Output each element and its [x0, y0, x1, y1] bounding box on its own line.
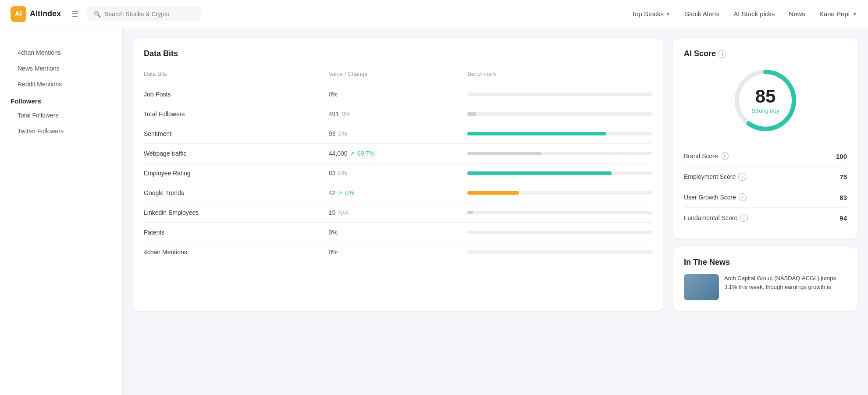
row-label: Linkedin Employees — [144, 209, 329, 216]
layout: 4chan Mentions News Mentions Reddit Ment… — [0, 28, 868, 321]
row-value-main: 42 — [329, 189, 336, 196]
progress-bar-fill — [467, 152, 541, 155]
sidebar-item-reddit-mentions[interactable]: Reddit Mentions — [0, 76, 122, 92]
news-article-text: Arch Capital Group (NASDAQ:ACGL) jumps 3… — [724, 274, 847, 291]
row-pct: N/A — [338, 209, 348, 216]
sidebar-mentions-category: 4chan Mentions News Mentions Reddit Ment… — [0, 37, 122, 92]
data-bits-table: Job Posts 0% Total Followers 491 0% Sent… — [144, 85, 652, 262]
row-value: 0% — [329, 229, 467, 236]
gauge-text: 85 Strong buy — [752, 87, 779, 114]
score-label: Employment Score i — [684, 173, 746, 181]
row-label: Sentiment — [144, 130, 329, 137]
sidebar-item-news-mentions[interactable]: News Mentions — [0, 60, 122, 76]
row-value: 42 ↗0% — [329, 189, 467, 196]
row-benchmark — [467, 152, 652, 155]
row-benchmark — [467, 191, 652, 195]
sidebar-item-4chan-mentions[interactable]: 4chan Mentions — [0, 45, 122, 60]
table-row: Google Trends 42 ↗0% — [144, 183, 652, 203]
row-label: Total Followers — [144, 110, 329, 117]
row-benchmark — [467, 171, 652, 175]
arrow-up-icon: ↗ — [338, 190, 342, 196]
score-label: Brand Score i — [684, 152, 729, 160]
progress-bar-container — [467, 211, 652, 214]
nav-top-stocks[interactable]: Top Stocks ▼ — [632, 10, 671, 18]
row-value: 44,000 ↗69.7% — [329, 150, 467, 157]
col-label: Data Bits — [144, 71, 329, 77]
row-label: Webpage traffic — [144, 150, 329, 157]
row-label: 4chan Mentions — [144, 249, 329, 256]
table-row: Patents 0% — [144, 223, 652, 242]
logo[interactable]: AI AltIndex — [11, 6, 61, 22]
score-info-icon[interactable]: i — [740, 214, 748, 222]
nav-stock-alerts[interactable]: Stock Alerts — [685, 10, 719, 18]
nav-ai-stock-picks[interactable]: AI Stock picks — [733, 10, 775, 18]
nav-user[interactable]: Kane Pepi ▼ — [819, 10, 857, 18]
arrow-up-icon: ↗ — [350, 150, 355, 157]
row-pct: 0% — [342, 110, 350, 117]
row-label: Patents — [144, 229, 329, 236]
score-info-icon[interactable]: i — [739, 193, 747, 201]
score-info-icon[interactable]: i — [721, 152, 729, 160]
table-row: 4chan Mentions 0% — [144, 242, 652, 262]
row-benchmark — [467, 132, 652, 135]
gauge-container: 85 Strong buy — [684, 65, 847, 135]
score-row: Employment Score i 75 — [684, 167, 847, 187]
search-bar[interactable]: 🔍 — [87, 7, 201, 21]
col-value: Value / Change — [329, 71, 467, 77]
sidebar-followers-category: Followers Total Followers Twitter Follow… — [0, 92, 122, 139]
progress-bar-container — [467, 93, 652, 96]
row-value-main: 93 — [329, 130, 336, 137]
progress-bar-container — [467, 112, 652, 116]
news-card-title: In The News — [684, 258, 847, 267]
row-benchmark — [467, 211, 652, 214]
table-row: Sentiment 93 0% — [144, 124, 652, 144]
row-pct: 0% — [338, 170, 347, 177]
search-input[interactable] — [104, 11, 192, 18]
table-row: Employee Rating 83 0% — [144, 164, 652, 183]
search-icon: 🔍 — [93, 11, 101, 18]
table-row: Linkedin Employees 15 N/A — [144, 203, 652, 223]
score-value: 100 — [836, 153, 847, 160]
row-value-main: 0% — [329, 249, 338, 256]
row-benchmark — [467, 250, 652, 254]
row-value: 0% — [329, 249, 467, 256]
row-value: 93 0% — [329, 130, 467, 137]
score-row: Brand Score i 100 — [684, 146, 847, 167]
gauge-score: 85 — [752, 87, 779, 106]
ai-score-card: AI Score i 85 Strong buy — [673, 39, 857, 238]
score-label: Fundamental Score i — [684, 214, 748, 222]
gauge-label: Strong buy — [752, 107, 779, 114]
row-pct: 0% — [345, 189, 354, 196]
sidebar-item-total-followers[interactable]: Total Followers — [0, 107, 122, 123]
row-pct: 0% — [338, 130, 347, 137]
row-value: 83 0% — [329, 170, 467, 177]
top-nav: Top Stocks ▼ Stock Alerts AI Stock picks… — [632, 10, 857, 18]
score-info-icon[interactable]: i — [738, 173, 746, 181]
news-card: In The News Arch Capital Group (NASDAQ:A… — [673, 247, 857, 311]
nav-news[interactable]: News — [789, 10, 805, 18]
row-value-main: 83 — [329, 170, 336, 177]
row-value-main: 0% — [329, 91, 338, 98]
progress-bar-fill — [467, 191, 519, 195]
row-value-main: 44,000 — [329, 150, 348, 157]
progress-bar-container — [467, 191, 652, 195]
progress-bar-fill — [467, 211, 473, 214]
score-value: 83 — [840, 194, 847, 201]
news-thumbnail — [684, 274, 719, 300]
table-row: Job Posts 0% — [144, 85, 652, 104]
row-label: Employee Rating — [144, 170, 329, 177]
sidebar-item-twitter-followers[interactable]: Twitter Followers — [0, 123, 122, 139]
score-value: 94 — [840, 214, 847, 222]
main-content: Data Bits Data Bits Value / Change Bench… — [123, 28, 868, 321]
gauge-wrapper: 85 Strong buy — [730, 65, 800, 135]
progress-bar-container — [467, 132, 652, 135]
row-value-main: 15 — [329, 209, 336, 216]
progress-bar-fill — [467, 171, 612, 175]
sidebar-category-mentions — [0, 37, 122, 45]
table-header: Data Bits Value / Change Benchmark — [144, 67, 652, 81]
news-item: Arch Capital Group (NASDAQ:ACGL) jumps 3… — [684, 274, 847, 300]
progress-bar-container — [467, 231, 652, 234]
hamburger-icon[interactable]: ☰ — [71, 9, 78, 19]
ai-score-info-icon[interactable]: i — [719, 50, 726, 58]
sidebar: 4chan Mentions News Mentions Reddit Ment… — [0, 28, 123, 321]
